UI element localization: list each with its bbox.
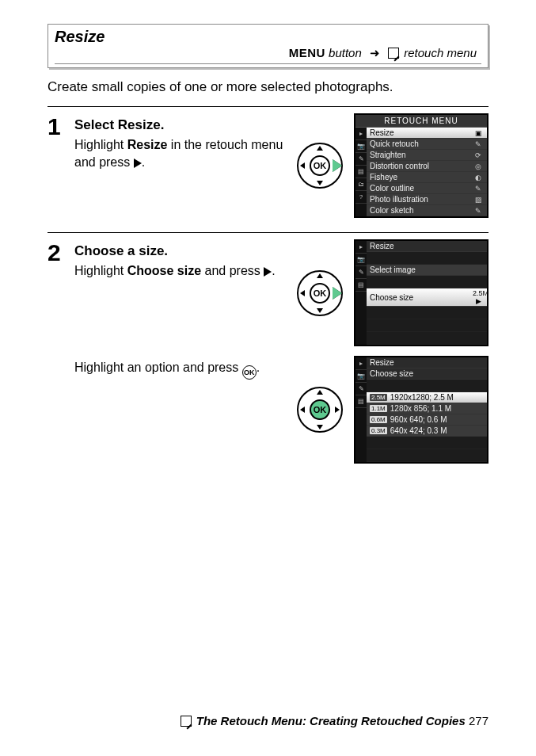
menu-button-label: MENU xyxy=(289,46,325,59)
ok-button-icon: OK xyxy=(310,155,330,176)
step-1: 1 Select Resize. Highlight Resize in the… xyxy=(48,107,488,233)
tab-icon: ? xyxy=(355,191,367,204)
blank-row xyxy=(367,437,487,449)
blank-row xyxy=(367,449,487,462)
retouch-icon xyxy=(388,48,399,59)
menu-path: MENU button ➜ retouch menu xyxy=(55,46,481,64)
multi-selector-icon: OK xyxy=(292,138,348,193)
step-title: Select Resize. xyxy=(74,116,286,135)
tab-icon: ✎ xyxy=(355,153,367,166)
screen-header: RETOUCH MENU xyxy=(355,115,487,128)
tab-icon: ✎ xyxy=(355,266,367,279)
intro-text: Create small copies of one or more selec… xyxy=(48,79,488,95)
retouch-icon xyxy=(181,716,192,727)
tab-icon: ▤ xyxy=(355,279,367,292)
tab-icon: 📷 xyxy=(355,254,367,266)
right-triangle-icon xyxy=(134,158,142,168)
menu-row: Photo illustration▨ xyxy=(367,194,487,205)
blank-row xyxy=(367,319,487,332)
menu-row: Fisheye◐ xyxy=(367,172,487,183)
screen-subtitle: Resize xyxy=(367,241,487,252)
multi-selector-icon: OK xyxy=(292,382,348,437)
ok-button-icon: OK xyxy=(310,283,330,304)
tab-icon: ▤ xyxy=(355,395,367,408)
step-number: 1 xyxy=(48,113,70,223)
tab-icon: 🗂 xyxy=(355,178,367,191)
blank-row xyxy=(367,276,487,288)
blank-row xyxy=(367,252,487,265)
arrow-icon: ➜ xyxy=(370,46,380,59)
tab-icon: ▸ xyxy=(355,241,367,254)
screen-subtitle2: Choose size xyxy=(367,368,487,380)
footer: The Retouch Menu: Creating Retouched Cop… xyxy=(181,714,488,727)
text: . xyxy=(142,155,145,169)
text: . xyxy=(257,361,260,374)
menu-row: Resize▣ xyxy=(367,128,487,139)
size-row: 0.3M 640x 424; 0.3 M xyxy=(367,426,487,437)
camera-screen-resize: ▸📷✎▤ Resize Select image Choose size2.5M… xyxy=(354,239,488,346)
row-select-image: Select image xyxy=(367,265,487,276)
menu-row: Color sketch✎ xyxy=(367,205,487,216)
tab-icon: 📷 xyxy=(355,370,367,383)
text: Highlight xyxy=(74,264,127,277)
right-triangle-icon xyxy=(264,267,272,277)
size-row: 0.6M 960x 640; 0.6 M xyxy=(367,414,487,426)
tab-icon: ▸ xyxy=(355,357,367,370)
screen-tabs: ▸📷✎▤ xyxy=(355,357,367,462)
blank-row xyxy=(367,332,487,345)
tab-icon: ▸ xyxy=(355,128,367,140)
screen-subtitle: Resize xyxy=(367,357,487,368)
screen-tabs: ▸📷✎▤ xyxy=(355,241,367,345)
ok-button-icon: OK xyxy=(242,365,257,380)
tab-icon: 📷 xyxy=(355,140,367,153)
retouch-menu-label: retouch menu xyxy=(401,46,477,59)
menu-row: Straighten⟳ xyxy=(367,150,487,161)
step-number: 2 xyxy=(48,239,70,468)
menu-row: Color outline✎ xyxy=(367,183,487,194)
step-title: Choose a size. xyxy=(74,242,286,261)
tab-icon: ▤ xyxy=(355,166,367,178)
text-bold: Choose size xyxy=(127,264,201,277)
text-bold: Resize xyxy=(127,138,168,151)
page-title: Resize xyxy=(55,28,481,46)
ok-button-icon: OK xyxy=(310,399,330,420)
footer-section: The Retouch Menu: Creating Retouched Cop… xyxy=(196,714,466,727)
tab-icon: ✎ xyxy=(355,383,367,395)
text: Highlight xyxy=(74,138,127,151)
camera-screen-choose-size: ▸📷✎▤ Resize Choose size 2.5M1920x1280; 2… xyxy=(354,356,488,464)
blank-row xyxy=(367,307,487,319)
camera-screen-retouch-menu: RETOUCH MENU ▸ 📷 ✎ ▤ 🗂 ? xyxy=(354,113,488,218)
step-2: 2 Choose a size. Highlight Choose size a… xyxy=(48,233,488,478)
text: and press xyxy=(201,264,264,277)
size-row: 2.5M1920x1280; 2.5 M xyxy=(367,392,487,403)
menu-row: Distortion control◎ xyxy=(367,161,487,172)
size-row: 1.1M1280x 856; 1.1 M xyxy=(367,403,487,414)
button-word: button xyxy=(325,46,362,59)
text: . xyxy=(272,264,275,277)
page-number: 277 xyxy=(469,714,488,727)
row-choose-size: Choose size2.5M ▶ xyxy=(367,288,487,307)
menu-row: Quick retouch✎ xyxy=(367,139,487,150)
title-box: Resize MENU button ➜ retouch menu xyxy=(48,24,488,68)
screen-tabs: ▸ 📷 ✎ ▤ 🗂 ? xyxy=(355,128,367,216)
multi-selector-icon: OK xyxy=(292,265,348,321)
text: Highlight an option and press xyxy=(74,361,242,374)
blank-row xyxy=(367,380,487,392)
steps: 1 Select Resize. Highlight Resize in the… xyxy=(48,106,488,478)
